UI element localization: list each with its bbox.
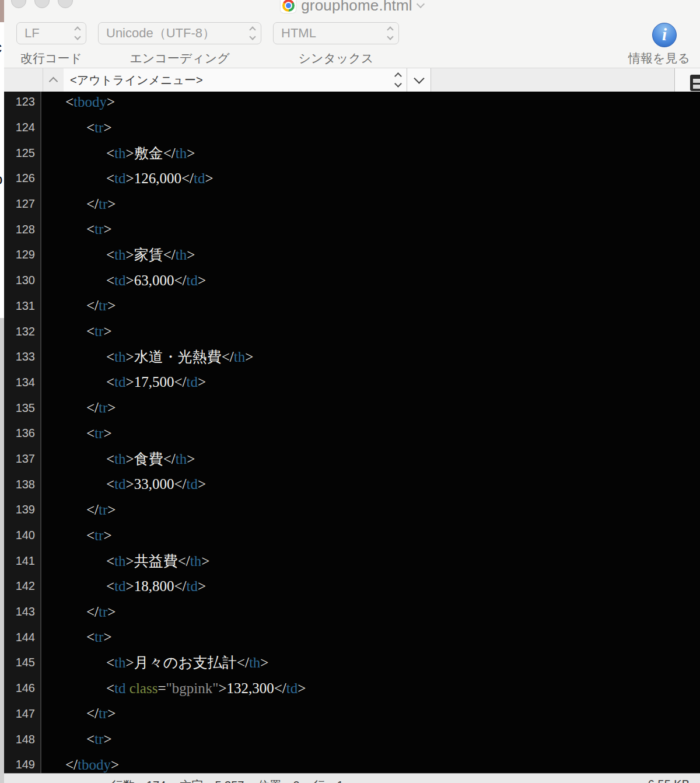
code-line[interactable]: 124<tr> — [4, 115, 700, 141]
line-number: 125 — [4, 146, 40, 160]
status-item: 文字：5,357 — [180, 779, 244, 783]
code-line[interactable]: 137<th>食費</th> — [4, 446, 700, 472]
code-text: <td class="bgpink">132,300</td> — [40, 680, 306, 697]
status-item: 行：1 — [314, 779, 344, 783]
code-text: <tr> — [40, 120, 112, 136]
code-text: <td>63,000</td> — [40, 272, 206, 289]
code-line[interactable]: 135</tr> — [4, 395, 700, 421]
code-line[interactable]: 145<th>月々のお支払計</th> — [4, 650, 700, 676]
line-number: 128 — [4, 223, 40, 236]
file-size: 6.55 KB — [648, 778, 690, 783]
code-text: </tr> — [40, 705, 116, 722]
code-text: <tr> — [40, 629, 112, 645]
code-text: </tr> — [40, 400, 116, 416]
line-number: 134 — [4, 376, 40, 389]
line-number: 129 — [4, 248, 40, 261]
line-number: 136 — [4, 427, 40, 440]
line-number: 142 — [4, 579, 40, 593]
code-line[interactable]: 149</tbody> — [4, 752, 700, 773]
outline-prev-button[interactable] — [43, 68, 64, 92]
get-info-button[interactable]: i — [652, 23, 677, 47]
window-title: grouphome.html — [301, 0, 412, 15]
code-line[interactable]: 128<tr> — [4, 216, 700, 242]
line-number: 131 — [4, 299, 40, 313]
code-line[interactable]: 143</tr> — [4, 599, 700, 625]
line-number: 132 — [4, 325, 40, 338]
outline-menu-value: <アウトラインメニュー> — [70, 72, 203, 88]
code-line[interactable]: 130<td>63,000</td> — [4, 268, 700, 293]
line-number: 141 — [4, 554, 40, 568]
code-line[interactable]: 140<tr> — [4, 523, 700, 548]
code-line[interactable]: 138<td>33,000</td> — [4, 471, 700, 497]
line-number: 147 — [4, 707, 40, 721]
status-item: 位置：0 — [258, 779, 299, 783]
code-line[interactable]: 123<tbody> — [4, 92, 700, 115]
line-number: 139 — [4, 503, 40, 516]
line-number: 137 — [4, 452, 40, 466]
code-line[interactable]: 134<td>17,500</td> — [4, 370, 700, 396]
encoding-popup[interactable]: Unicode（UTF-8） — [98, 22, 261, 44]
code-line[interactable]: 129<th>家賃</th> — [4, 242, 700, 268]
outline-menu-popup[interactable]: <アウトラインメニュー> — [64, 68, 407, 92]
code-text: <td>18,800</td> — [40, 578, 206, 595]
syntax-label: シンタックス — [273, 50, 399, 67]
editor-window: grouphome.html LF Unicode（UTF-8） HTML 改行… — [4, 0, 700, 783]
line-number: 149 — [4, 758, 40, 771]
code-line[interactable]: 144<tr> — [4, 624, 700, 650]
line-ending-popup[interactable]: LF — [16, 22, 86, 44]
outline-bar: <アウトラインメニュー> — [4, 68, 700, 92]
status-info: 行数：174文字：5,357位置：0行：1 — [111, 778, 358, 783]
background-window-edge-bottom — [0, 318, 4, 783]
window-title-group[interactable]: grouphome.html — [4, 0, 700, 14]
line-number: 123 — [4, 95, 40, 109]
code-line[interactable]: 131</tr> — [4, 293, 700, 319]
code-text: <tr> — [40, 425, 112, 442]
code-text: </tr> — [40, 298, 116, 314]
background-text-fragment: o — [0, 170, 2, 188]
code-text: <tr> — [40, 527, 112, 544]
syntax-popup[interactable]: HTML — [273, 22, 399, 44]
code-line[interactable]: 142<td>18,800</td> — [4, 574, 700, 599]
code-text: </tr> — [40, 604, 116, 620]
code-text: <td>17,500</td> — [40, 374, 206, 390]
code-line[interactable]: 139</tr> — [4, 497, 700, 523]
line-number: 130 — [4, 274, 40, 287]
stepper-icon — [250, 27, 255, 39]
code-line[interactable]: 126<td>126,000</td> — [4, 166, 700, 191]
chevron-down-icon — [416, 0, 425, 8]
code-text: <tr> — [40, 731, 112, 747]
code-line[interactable]: 147</tr> — [4, 701, 700, 727]
encoding-value: Unicode（UTF-8） — [106, 25, 215, 42]
chevron-down-icon — [414, 73, 424, 83]
code-line[interactable]: 133<th>水道・光熱費</th> — [4, 344, 700, 370]
code-text: <th>敷金</th> — [40, 144, 195, 163]
code-text: <td>126,000</td> — [40, 170, 214, 187]
code-line[interactable]: 136<tr> — [4, 421, 700, 446]
code-line[interactable]: 148<tr> — [4, 726, 700, 752]
background-text-fragment: c — [0, 39, 2, 57]
code-text: <tr> — [40, 221, 112, 237]
line-number: 127 — [4, 197, 40, 211]
outline-next-button[interactable] — [407, 68, 431, 92]
code-line[interactable]: 127</tr> — [4, 191, 700, 217]
code-text: </tr> — [40, 196, 116, 212]
code-text: </tr> — [40, 502, 116, 518]
code-text: <tr> — [40, 323, 112, 340]
code-line[interactable]: 125<th>敷金</th> — [4, 140, 700, 166]
chrome-document-icon — [281, 0, 296, 13]
code-line[interactable]: 132<tr> — [4, 319, 700, 344]
line-number: 135 — [4, 401, 40, 415]
status-bar: 行数：174文字：5,357位置：0行：1 6.55 KB — [4, 773, 700, 783]
line-number: 148 — [4, 733, 40, 746]
code-line[interactable]: 141<th>共益費</th> — [4, 548, 700, 574]
code-editor[interactable]: 123<tbody>124<tr>125<th>敷金</th>126<td>12… — [4, 92, 700, 773]
stepper-icon — [396, 74, 401, 86]
code-text: <th>月々のお支払計</th> — [40, 653, 268, 672]
split-editor-icon[interactable] — [690, 75, 700, 91]
line-number: 126 — [4, 172, 40, 185]
code-text: <th>家賃</th> — [40, 245, 195, 264]
titlebar-toolbar: grouphome.html LF Unicode（UTF-8） HTML 改行… — [4, 0, 700, 68]
line-number: 124 — [4, 121, 40, 134]
code-line[interactable]: 146<td class="bgpink">132,300</td> — [4, 676, 700, 701]
background-window-edge-top — [0, 0, 4, 22]
